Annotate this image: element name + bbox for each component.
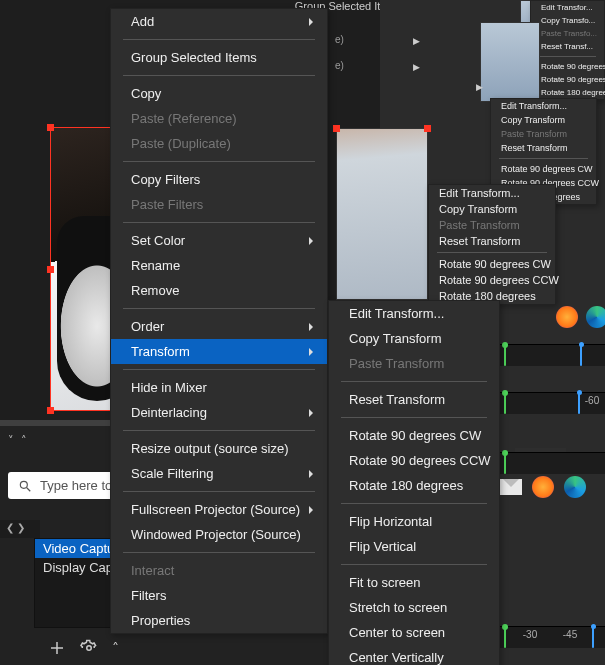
tmenu-copy[interactable]: Copy Transform: [329, 326, 499, 351]
settings-icon[interactable]: [80, 639, 98, 657]
tmenu-centerv[interactable]: Center Vertically: [329, 645, 499, 665]
chevron-up-icon[interactable]: ˄: [112, 640, 119, 656]
mail-icon[interactable]: [500, 479, 522, 495]
menu-properties[interactable]: Properties: [111, 608, 327, 633]
timeline-ruler-4[interactable]: -30 -45: [500, 626, 605, 648]
edge-icon[interactable]: [586, 306, 605, 328]
mini1-copy[interactable]: Copy Transfo...: [531, 14, 604, 27]
firefox-icon[interactable]: [556, 306, 578, 328]
submenu-arrow-1: ▶: [413, 36, 420, 46]
tmenu-edit[interactable]: Edit Transform...: [329, 301, 499, 326]
tmenu-flipv[interactable]: Flip Vertical: [329, 534, 499, 559]
menu-scale-filtering[interactable]: Scale Filtering: [111, 461, 327, 486]
mini3-paste: Paste Transform: [429, 217, 555, 233]
menu-transform[interactable]: Transform: [111, 339, 327, 364]
svg-point-0: [20, 481, 27, 488]
tmenu-fliph[interactable]: Flip Horizontal: [329, 509, 499, 534]
panel-collapse-chevrons[interactable]: ˅ ˄: [8, 434, 29, 447]
search-icon: [18, 479, 32, 493]
menu-rename[interactable]: Rename: [111, 253, 327, 278]
tmenu-reset[interactable]: Reset Transform: [329, 387, 499, 412]
mini1-reset[interactable]: Reset Transf...: [531, 40, 604, 53]
mini2-reset[interactable]: Reset Transform: [491, 141, 596, 155]
tray-icons-row-1: [556, 306, 605, 328]
menu-copy-filters[interactable]: Copy Filters: [111, 167, 327, 192]
mini1-paste: Paste Transfo...: [531, 27, 604, 40]
mini3-copy[interactable]: Copy Transform: [429, 201, 555, 217]
firefox-icon-2[interactable]: [532, 476, 554, 498]
mini1-r90cw[interactable]: Rotate 90 degrees CW: [531, 60, 604, 73]
mini-preview-3[interactable]: [336, 128, 428, 300]
timeline-ruler-2[interactable]: -60: [500, 392, 605, 414]
menu-set-color[interactable]: Set Color: [111, 228, 327, 253]
mini2-edit[interactable]: Edit Transform...: [491, 99, 596, 113]
strike-text: e): [335, 34, 344, 45]
menu-paste-filters: Paste Filters: [111, 192, 327, 217]
mini1-r90ccw[interactable]: Rotate 90 degrees CCW: [531, 73, 604, 86]
submenu-arrow-3: ▶: [476, 82, 483, 92]
menu-group[interactable]: Group Selected Items: [111, 45, 327, 70]
mini3-reset[interactable]: Reset Transform: [429, 233, 555, 249]
strike-text2: e): [335, 60, 344, 71]
mini2-r90cw[interactable]: Rotate 90 degrees CW: [491, 162, 596, 176]
tmenu-stretch[interactable]: Stretch to screen: [329, 595, 499, 620]
menu-hide-mixer[interactable]: Hide in Mixer: [111, 375, 327, 400]
edge-icon-2[interactable]: [564, 476, 586, 498]
sources-toolbar: ˄: [40, 635, 127, 661]
panel-edge: ❮ ❯: [0, 520, 40, 538]
menu-order[interactable]: Order: [111, 314, 327, 339]
tray-icons-row-2: [500, 476, 586, 498]
mini-preview-2[interactable]: [480, 22, 540, 102]
transform-submenu: Edit Transform... Copy Transform Paste T…: [328, 300, 500, 665]
mini3-r90ccw[interactable]: Rotate 90 degrees CCW: [429, 272, 555, 288]
mini-transform-menu-1: Edit Transfor... Copy Transfo... Paste T…: [530, 0, 605, 100]
tmenu-rot90cw[interactable]: Rotate 90 degrees CW: [329, 423, 499, 448]
menu-fullscreen-projector[interactable]: Fullscreen Projector (Source): [111, 497, 327, 522]
tmenu-center[interactable]: Center to screen: [329, 620, 499, 645]
mini2-paste: Paste Transform: [491, 127, 596, 141]
tmenu-rot180[interactable]: Rotate 180 degrees: [329, 473, 499, 498]
timeline-ruler-3[interactable]: [500, 452, 605, 474]
menu-paste-dup: Paste (Duplicate): [111, 131, 327, 156]
submenu-arrow-2: ▶: [413, 62, 420, 72]
menu-filters[interactable]: Filters: [111, 583, 327, 608]
svg-point-4: [87, 646, 92, 651]
tmenu-paste: Paste Transform: [329, 351, 499, 376]
mini1-edit[interactable]: Edit Transfor...: [531, 1, 604, 14]
menu-deinterlacing[interactable]: Deinterlacing: [111, 400, 327, 425]
tmenu-rot90ccw[interactable]: Rotate 90 degrees CCW: [329, 448, 499, 473]
menu-copy[interactable]: Copy: [111, 81, 327, 106]
context-menu: Add Group Selected Items Copy Paste (Ref…: [110, 8, 328, 634]
mini2-copy[interactable]: Copy Transform: [491, 113, 596, 127]
menu-interact: Interact: [111, 558, 327, 583]
menu-remove[interactable]: Remove: [111, 278, 327, 303]
timeline-ruler-1[interactable]: [500, 344, 605, 366]
svg-line-1: [27, 487, 31, 491]
mini3-r90cw[interactable]: Rotate 90 degrees CW: [429, 256, 555, 272]
mini-transform-menu-3: Edit Transform... Copy Transform Paste T…: [428, 184, 556, 305]
menu-windowed-projector[interactable]: Windowed Projector (Source): [111, 522, 327, 547]
tmenu-fit[interactable]: Fit to screen: [329, 570, 499, 595]
menu-resize-output[interactable]: Resize output (source size): [111, 436, 327, 461]
menu-add[interactable]: Add: [111, 9, 327, 34]
mini3-edit[interactable]: Edit Transform...: [429, 185, 555, 201]
menu-paste-ref: Paste (Reference): [111, 106, 327, 131]
add-source-icon[interactable]: [48, 639, 66, 657]
